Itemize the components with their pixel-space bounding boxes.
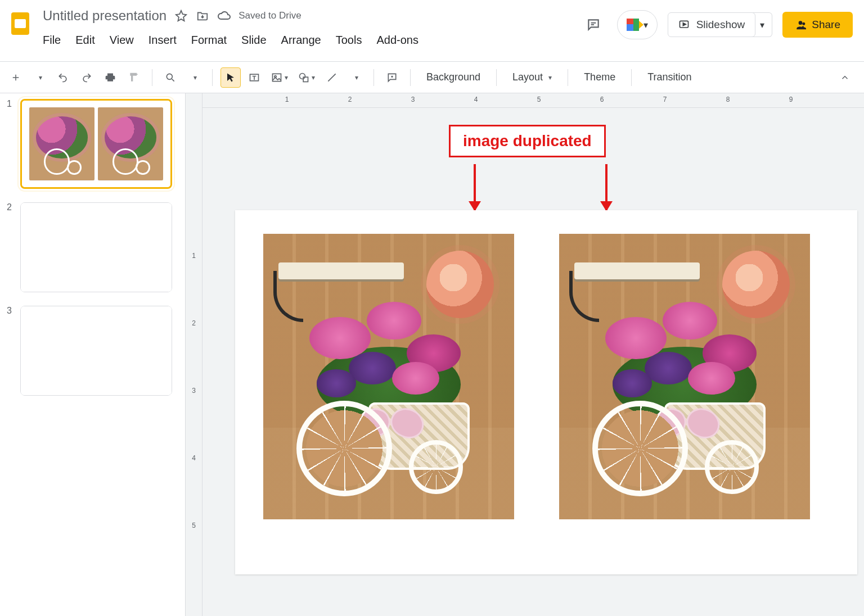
line-tool[interactable] <box>322 67 342 88</box>
svg-rect-8 <box>303 77 308 81</box>
slide-image-right[interactable] <box>559 234 810 519</box>
layout-caret-icon: ▾ <box>548 74 552 81</box>
ruler-tick: 5 <box>537 96 541 103</box>
slide-thumbnail-2[interactable] <box>20 202 172 292</box>
layout-label: Layout <box>512 71 543 83</box>
saved-to-drive-text: Saved to Drive <box>238 10 302 21</box>
ruler-tick: 6 <box>600 96 604 103</box>
slide-thumbnail-3[interactable] <box>20 306 172 396</box>
menu-file[interactable]: File <box>43 34 61 47</box>
line-dropdown[interactable]: ▾ <box>345 67 366 88</box>
ruler-tick: 3 <box>186 387 202 395</box>
comment-tool[interactable] <box>382 67 402 88</box>
svg-point-7 <box>300 73 305 79</box>
horizontal-ruler[interactable]: 1 2 3 4 5 6 7 8 9 <box>202 93 864 108</box>
slideshow-label: Slideshow <box>696 19 745 31</box>
cloud-saved-icon[interactable] <box>217 9 231 22</box>
paint-format-button <box>124 67 144 88</box>
redo-button[interactable] <box>76 67 97 88</box>
ruler-tick: 2 <box>186 319 202 327</box>
annotation-arrow <box>474 164 476 210</box>
ruler-tick: 4 <box>474 96 478 103</box>
app-header: Untitled presentation Saved to Drive Fil… <box>0 0 864 62</box>
toolbar-separator <box>410 69 411 86</box>
annotation-label: image duplicated <box>449 125 606 157</box>
slideshow-button[interactable]: Slideshow <box>668 12 756 37</box>
undo-button[interactable] <box>53 67 73 88</box>
ruler-tick: 8 <box>726 96 730 103</box>
star-icon[interactable] <box>174 9 188 22</box>
menu-insert[interactable]: Insert <box>148 34 177 47</box>
shape-tool[interactable]: ▾ <box>295 67 318 88</box>
thumb-row: 2 <box>7 202 178 292</box>
slideshow-dropdown[interactable]: ▾ <box>752 12 772 37</box>
ruler-tick: 1 <box>186 252 202 260</box>
main-area: 1 2 3 1 2 3 4 5 1 <box>0 93 864 616</box>
menu-edit[interactable]: Edit <box>75 34 94 47</box>
vertical-ruler[interactable]: 1 2 3 4 5 <box>186 93 202 616</box>
theme-button[interactable]: Theme <box>576 68 623 87</box>
menu-tools[interactable]: Tools <box>336 34 362 47</box>
slide-stage[interactable]: image duplicated <box>202 108 864 616</box>
print-button[interactable] <box>100 67 120 88</box>
menu-slide[interactable]: Slide <box>241 34 266 47</box>
image-tool[interactable]: ▾ <box>268 67 291 88</box>
zoom-button[interactable] <box>160 67 181 88</box>
toolbar-separator <box>374 69 374 86</box>
share-button[interactable]: Share <box>782 12 853 38</box>
slide-thumbnails-panel[interactable]: 1 2 3 <box>0 93 186 616</box>
slide-image-left[interactable] <box>263 234 514 519</box>
toolbar-separator <box>631 69 632 86</box>
toolbar: ▾ ▾ ▾ ▾ ▾ Background Layout▾ Theme Trans… <box>0 62 864 93</box>
ruler-tick: 3 <box>411 96 415 103</box>
background-button[interactable]: Background <box>418 68 488 87</box>
select-tool[interactable] <box>220 67 241 88</box>
meet-caret-icon: ▾ <box>644 20 648 30</box>
menu-addons[interactable]: Add-ons <box>376 34 418 47</box>
ruler-tick: 5 <box>186 522 202 529</box>
svg-rect-5 <box>273 74 281 81</box>
ruler-tick: 1 <box>285 96 289 103</box>
collapse-toolbar-icon[interactable] <box>835 67 855 88</box>
toolbar-separator <box>212 69 213 86</box>
thumb-row: 3 <box>7 306 178 396</box>
title-area: Untitled presentation Saved to Drive Fil… <box>43 6 418 47</box>
svg-rect-1 <box>15 19 26 28</box>
toolbar-separator <box>152 69 152 86</box>
thumb-image <box>98 107 163 180</box>
menu-arrange[interactable]: Arrange <box>281 34 321 47</box>
menu-format[interactable]: Format <box>191 34 227 47</box>
slide-canvas[interactable] <box>235 210 857 574</box>
annotation-arrow <box>605 164 608 210</box>
ruler-tick: 4 <box>186 454 202 462</box>
slides-logo[interactable] <box>6 9 35 38</box>
slide-number: 1 <box>7 99 15 189</box>
ruler-tick: 7 <box>663 96 667 103</box>
ruler-tick: 9 <box>789 96 793 103</box>
ruler-tick: 2 <box>348 96 352 103</box>
comments-icon[interactable] <box>580 11 607 38</box>
meet-icon <box>627 19 641 31</box>
zoom-dropdown[interactable]: ▾ <box>184 67 204 88</box>
textbox-tool[interactable] <box>244 67 264 88</box>
header-actions: ▾ Slideshow ▾ Share <box>580 10 853 39</box>
menu-view[interactable]: View <box>110 34 134 47</box>
move-folder-icon[interactable] <box>196 9 209 22</box>
transition-button[interactable]: Transition <box>640 68 699 87</box>
meet-button[interactable]: ▾ <box>617 10 658 39</box>
slide-number: 3 <box>7 306 15 396</box>
share-label: Share <box>812 19 840 31</box>
menu-bar: File Edit View Insert Format Slide Arran… <box>43 26 418 47</box>
layout-button[interactable]: Layout▾ <box>505 68 560 87</box>
slide-number: 2 <box>7 202 15 292</box>
new-slide-dropdown[interactable]: ▾ <box>29 67 50 88</box>
document-title[interactable]: Untitled presentation <box>43 8 166 24</box>
toolbar-separator <box>496 69 497 86</box>
toolbar-separator <box>568 69 568 86</box>
thumb-row: 1 <box>7 99 178 189</box>
slide-thumbnail-1[interactable] <box>20 99 172 189</box>
new-slide-button[interactable] <box>6 67 26 88</box>
canvas-area: 1 2 3 4 5 1 2 3 4 5 6 7 8 9 image duplic… <box>186 93 864 616</box>
svg-point-3 <box>166 74 172 79</box>
thumb-image <box>29 107 94 180</box>
